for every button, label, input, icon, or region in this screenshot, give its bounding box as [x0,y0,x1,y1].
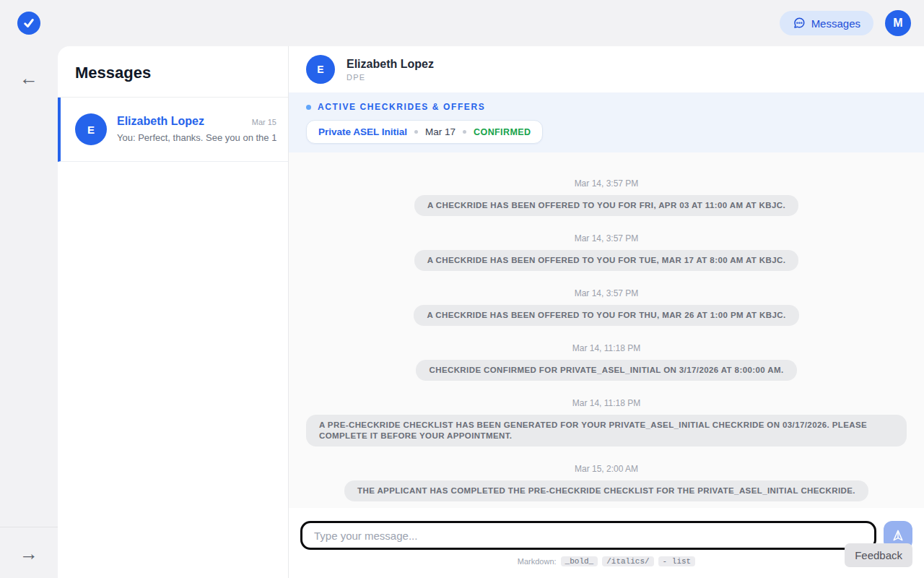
feedback-button[interactable]: Feedback [845,543,912,567]
rail-divider [0,527,58,527]
system-message-pill: A PRE-CHECKRIDE CHECKLIST HAS BEEN GENER… [306,415,907,447]
message-timestamp: Mar 14, 3:57 PM [575,233,639,243]
message-composer: Markdown: _bold_ /italics/ - list [289,508,924,578]
user-avatar[interactable]: M [885,10,911,36]
forward-arrow-icon[interactable]: → [14,539,43,568]
conversation-item-elizabeth-lopez[interactable]: E Elizabeth Lopez Mar 15 You: Perfect, t… [58,98,288,162]
message-timestamp: Mar 15, 2:00 AM [575,464,638,474]
offer-status-badge: CONFIRMED [474,127,531,137]
markdown-list-chip: - list [658,556,696,566]
status-dot-icon [306,105,311,110]
back-arrow-icon[interactable]: ← [14,64,43,92]
offer-name: Private ASEL Initial [318,126,407,137]
conversation-avatar: E [75,113,107,145]
app-logo-check-icon[interactable] [17,12,40,35]
app-window: Messages M ← → Messages E Elizabeth Lope… [0,0,924,578]
messages-sidebar: Messages E Elizabeth Lopez Mar 15 You: P… [58,46,289,578]
banner-title-row: ACTIVE CHECKRIDES & OFFERS [306,102,907,112]
message-timestamp: Mar 14, 11:18 PM [572,343,641,353]
message-input[interactable] [300,521,876,550]
message-row: Mar 14, 11:18 PMCHECKRIDE CONFIRMED FOR … [416,343,796,381]
markdown-italics-chip: /italics/ [602,556,653,566]
system-message-pill: A CHECKRIDE HAS BEEN OFFERED TO YOU FOR … [414,195,798,216]
message-timestamp: Mar 14, 3:57 PM [575,178,639,189]
conversation-list: E Elizabeth Lopez Mar 15 You: Perfect, t… [58,98,288,162]
markdown-hint: Markdown: _bold_ /italics/ - list [300,556,912,566]
message-row: Mar 14, 11:18 PMA PRE-CHECKRIDE CHECKLIS… [306,398,907,447]
chat-contact-role: DPE [346,73,434,82]
chat-header-titles: Elizabeth Lopez DPE [346,58,434,82]
conversation-preview: You: Perfect, thanks. See you on the 17t… [117,132,276,143]
message-row: Mar 14, 3:57 PMA CHECKRIDE HAS BEEN OFFE… [414,178,798,216]
message-timestamp: Mar 14, 3:57 PM [575,288,639,298]
chat-panel: E Elizabeth Lopez DPE ACTIVE CHECKRIDES … [289,46,924,578]
conversation-date: Mar 15 [252,118,276,126]
markdown-bold-chip: _bold_ [561,556,598,566]
messages-nav-label: Messages [811,17,860,30]
dot-separator-icon [414,130,418,134]
chat-header: E Elizabeth Lopez DPE [289,46,924,92]
system-message-pill: A CHECKRIDE HAS BEEN OFFERED TO YOU FOR … [414,250,799,271]
chat-contact-name: Elizabeth Lopez [346,58,434,71]
message-row: Mar 15, 2:00 AMTHE APPLICANT HAS COMPLET… [344,464,868,501]
message-list[interactable]: Mar 14, 3:57 PMA CHECKRIDE HAS BEEN OFFE… [289,152,924,508]
conversation-main: Elizabeth Lopez Mar 15 You: Perfect, tha… [117,113,276,143]
messages-nav-button[interactable]: Messages [780,11,873,35]
system-message-pill: A CHECKRIDE HAS BEEN OFFERED TO YOU FOR … [414,305,798,326]
top-bar: Messages M [0,0,924,46]
dot-separator-icon [463,130,466,134]
message-row: Mar 14, 3:57 PMA CHECKRIDE HAS BEEN OFFE… [414,288,798,326]
send-paper-plane-icon [891,528,905,543]
main-layout: ← → Messages E Elizabeth Lopez Mar 15 Yo… [0,46,924,578]
offer-date: Mar 17 [425,126,456,137]
chat-header-avatar: E [306,55,335,84]
banner-title: ACTIVE CHECKRIDES & OFFERS [318,102,485,112]
system-message-pill: THE APPLICANT HAS COMPLETED THE PRE-CHEC… [344,480,868,501]
chat-bubble-icon [793,17,806,30]
markdown-label: Markdown: [518,557,557,566]
sidebar-title: Messages [58,46,288,98]
checkride-offer-card[interactable]: Private ASEL Initial Mar 17 CONFIRMED [306,120,543,144]
active-checkrides-banner: ACTIVE CHECKRIDES & OFFERS Private ASEL … [289,92,924,152]
conversation-name: Elizabeth Lopez [117,115,204,128]
left-rail: ← → [0,46,58,578]
topbar-right: Messages M [780,10,911,36]
message-timestamp: Mar 14, 11:18 PM [572,398,641,408]
system-message-pill: CHECKRIDE CONFIRMED FOR PRIVATE_ASEL_INI… [416,360,796,381]
message-row: Mar 14, 3:57 PMA CHECKRIDE HAS BEEN OFFE… [414,233,799,271]
